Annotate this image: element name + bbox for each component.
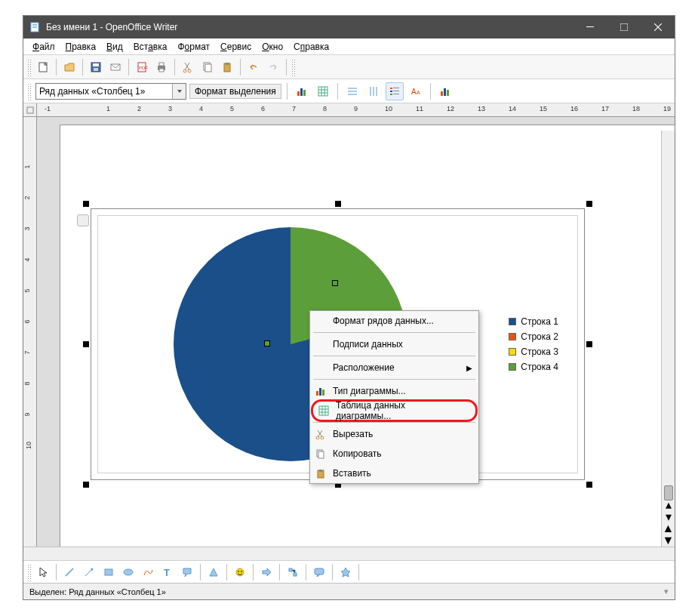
svg-point-49: [124, 569, 133, 575]
block-arrows-button[interactable]: [257, 563, 275, 581]
resize-handle-n[interactable]: [335, 201, 341, 207]
scroll-up-icon[interactable]: ▲: [662, 522, 675, 534]
ctx-copy[interactable]: Копировать: [310, 444, 478, 464]
freeform-tool-button[interactable]: [139, 563, 157, 581]
ruler-tick-label: 11: [416, 105, 423, 112]
format-selection-label[interactable]: Формат выделения: [189, 84, 281, 99]
legend-label: Строка 1: [521, 316, 558, 327]
scroll-down-icon[interactable]: ▼: [662, 534, 675, 547]
ctx-chart-data-table[interactable]: Таблица данных диаграммы...: [313, 402, 475, 420]
vertical-ruler[interactable]: 12345678910: [23, 117, 37, 547]
ctx-data-labels[interactable]: Подписи данных: [310, 334, 478, 354]
flowchart-button[interactable]: [284, 563, 302, 581]
rectangle-tool-button[interactable]: [100, 563, 118, 581]
document-viewport[interactable]: Строка 1Строка 2Строка 3Строка 4 Формат …: [37, 117, 675, 547]
ctx-position[interactable]: Расположение▶: [310, 358, 478, 377]
horizontal-scrollbar[interactable]: [23, 547, 675, 560]
paste-button[interactable]: [218, 58, 236, 76]
resize-handle-ne[interactable]: [586, 201, 592, 207]
chart-legend[interactable]: Строка 1Строка 2Строка 3Строка 4: [509, 314, 558, 374]
legend-item[interactable]: Строка 3: [509, 344, 558, 359]
menu-edit[interactable]: Правка: [61, 40, 101, 54]
redo-button[interactable]: [264, 58, 282, 76]
ctx-cut[interactable]: Вырезать: [310, 424, 478, 444]
ruler-tick-label: 10: [385, 105, 392, 112]
email-button[interactable]: [106, 58, 125, 76]
resize-handle-se[interactable]: [586, 482, 592, 488]
maximize-button[interactable]: [607, 16, 641, 38]
resize-handle-sw[interactable]: [83, 482, 89, 488]
toolbar-grip[interactable]: [26, 58, 31, 76]
svg-rect-28: [390, 91, 392, 92]
svg-text:A: A: [411, 88, 417, 96]
vertical-scrollbar[interactable]: ▴ ▾ ▲ ▼: [661, 131, 675, 547]
resize-handle-w[interactable]: [83, 341, 89, 347]
close-button[interactable]: [641, 16, 675, 38]
ruler-tick-label: 16: [570, 105, 578, 112]
grid-v-button[interactable]: [364, 82, 383, 100]
arrow-tool-button[interactable]: [80, 563, 98, 581]
legend-item[interactable]: Строка 4: [509, 359, 558, 374]
ctx-chart-type[interactable]: Тип диаграммы...: [310, 381, 478, 401]
menu-view[interactable]: Вид: [102, 40, 128, 54]
svg-rect-21: [226, 63, 229, 65]
ctx-separator: [313, 379, 475, 380]
menu-tools[interactable]: Сервис: [216, 40, 256, 54]
svg-rect-31: [393, 94, 399, 94]
print-button[interactable]: [152, 58, 171, 76]
svg-rect-26: [390, 88, 392, 89]
status-expand-icon[interactable]: ▾: [664, 587, 669, 596]
grid-h-button[interactable]: [343, 82, 361, 100]
svg-rect-14: [159, 63, 164, 66]
chart-data-button[interactable]: [314, 82, 332, 100]
export-pdf-button[interactable]: PDF: [133, 58, 151, 76]
ruler-tick-label: 9: [354, 105, 358, 112]
svg-rect-40: [322, 390, 324, 396]
ruler-tick-label: 8: [323, 105, 327, 112]
menu-window[interactable]: Окно: [257, 40, 288, 54]
ruler-tick-label: 2: [23, 196, 31, 199]
chart-layout-button[interactable]: [436, 82, 454, 100]
resize-handle-e[interactable]: [586, 341, 592, 347]
toolbar-grip[interactable]: [291, 58, 295, 76]
minimize-button[interactable]: [573, 16, 607, 38]
save-button[interactable]: [87, 58, 105, 76]
basic-shapes-button[interactable]: [204, 563, 223, 581]
combo-dropdown-button[interactable]: [172, 84, 186, 99]
stars-button[interactable]: [337, 563, 355, 581]
legend-item[interactable]: Строка 1: [509, 314, 558, 329]
ruler-tick-label: 8: [23, 381, 31, 385]
chart-type-button[interactable]: [293, 82, 311, 100]
chart-element-combo[interactable]: Ряд данных «Столбец 1»: [35, 83, 186, 100]
cut-button[interactable]: [179, 58, 197, 76]
legend-button[interactable]: [386, 82, 404, 100]
ctx-format-data-rows[interactable]: Формат рядов данных...: [310, 311, 478, 331]
callout-tool-button[interactable]: [178, 563, 196, 581]
scroll-page-down-icon[interactable]: ▾: [662, 510, 675, 522]
toolbar-grip[interactable]: [26, 82, 31, 100]
svg-text:T: T: [164, 567, 170, 578]
speech-bubbles-button[interactable]: [310, 563, 328, 581]
copy-button[interactable]: [198, 58, 217, 76]
menu-help[interactable]: Справка: [289, 40, 334, 54]
select-tool-button[interactable]: [34, 563, 52, 581]
menu-format[interactable]: Формат: [173, 40, 214, 54]
ellipse-tool-button[interactable]: [119, 563, 137, 581]
open-button[interactable]: [60, 58, 78, 76]
undo-button[interactable]: [244, 58, 263, 76]
menu-file[interactable]: Файл: [28, 40, 60, 54]
menu-insert[interactable]: Вставка: [129, 40, 172, 54]
scale-text-button[interactable]: AA: [407, 82, 425, 100]
ctx-paste[interactable]: Вставить: [310, 464, 478, 483]
toolbar-grip[interactable]: [26, 563, 31, 581]
data-point-handle[interactable]: [264, 340, 270, 346]
horizontal-ruler[interactable]: -112345678910111213141516171819: [37, 103, 675, 117]
text-tool-button[interactable]: T: [158, 563, 177, 581]
svg-rect-48: [105, 569, 112, 575]
line-tool-button[interactable]: [60, 563, 78, 581]
legend-item[interactable]: Строка 2: [509, 329, 558, 344]
symbol-shapes-button[interactable]: [231, 563, 249, 581]
resize-handle-nw[interactable]: [83, 201, 89, 207]
new-document-button[interactable]: [34, 58, 52, 76]
data-point-handle[interactable]: [332, 280, 338, 286]
